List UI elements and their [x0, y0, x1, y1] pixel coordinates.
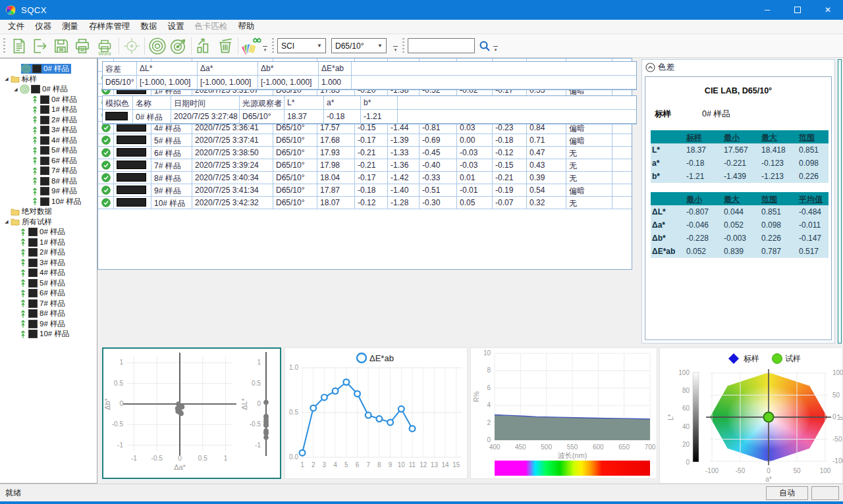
svg-text:0: 0	[686, 459, 690, 466]
expander-icon[interactable]: ◢	[3, 76, 11, 82]
color-swatch	[28, 289, 38, 297]
tree-item-10# 样品[interactable]: 10# 样品	[0, 329, 97, 340]
tree-item-0# 样品[interactable]: ◢0# 样品	[0, 84, 97, 95]
illuminant-select[interactable]: D65/10°▼	[331, 38, 387, 53]
collapse-icon[interactable]	[645, 63, 655, 72]
measure-standard-button[interactable]	[147, 36, 168, 57]
search-input[interactable]	[408, 38, 475, 53]
tree-item-6# 样品[interactable]: 6# 样品	[0, 156, 97, 166]
lab-stats-table: 标样最小最大范围L*18.3717.56718.4180.851a*-0.18-…	[651, 130, 829, 183]
tree-item-4# 样品[interactable]: 4# 样品	[0, 268, 97, 278]
tree-item-3# 样品[interactable]: 3# 样品	[0, 258, 97, 268]
measure-sample-button[interactable]	[168, 36, 189, 57]
lab-colorwheel-chart[interactable]: 020406080100L*-100-50050100a*100500-50-1…	[659, 347, 843, 484]
tree-item-6# 样品[interactable]: 6# 样品	[0, 288, 97, 299]
tree-item-9# 样品[interactable]: 9# 样品	[0, 186, 97, 197]
color-swatch	[40, 146, 49, 155]
new-document-button[interactable]	[9, 36, 30, 57]
svg-text:-1: -1	[131, 455, 137, 462]
tree-item-8# 样品[interactable]: 8# 样品	[0, 176, 97, 187]
color-swatch	[40, 187, 49, 195]
svg-text:-100: -100	[705, 467, 719, 474]
close-button[interactable]: ✕	[813, 0, 843, 20]
svg-text:b*: b*	[836, 414, 843, 420]
color-swatch	[28, 268, 38, 277]
menu-item-色卡匹检[interactable]: 色卡匹检	[190, 20, 233, 34]
tree-item-3# 样品[interactable]: 3# 样品	[0, 125, 97, 136]
minimize-button[interactable]: ─	[752, 0, 782, 20]
menu-item-仪器[interactable]: 仪器	[30, 20, 57, 34]
delta-ab-scatter-chart[interactable]: -1-0.500.51-1-0.500.51Δa*Δb*-1-0.500.51Δ…	[102, 347, 281, 479]
tree-item-7# 样品[interactable]: 7# 样品	[0, 299, 97, 309]
print-button[interactable]	[72, 36, 93, 57]
svg-text:50: 50	[793, 467, 801, 474]
tree-item-0# 样品[interactable]: 0# 样品	[0, 64, 97, 74]
tree-item-绝对数据[interactable]: 绝对数据	[0, 207, 97, 217]
table-row[interactable]: D65/10°[-1.000, 1.000][-1.000, 1.000][-1…	[103, 76, 636, 89]
svg-text:600: 600	[593, 443, 604, 451]
menu-item-测量[interactable]: 测量	[57, 20, 84, 34]
color-swatch	[117, 148, 146, 157]
tree-item-9# 样品[interactable]: 9# 样品	[0, 319, 97, 330]
toolbar-overflow-icon[interactable]: ▾	[263, 46, 267, 51]
save-button[interactable]	[51, 36, 72, 57]
tree-item-0# 样品[interactable]: 0# 样品	[0, 227, 97, 238]
tree-item-7# 样品[interactable]: 7# 样品	[0, 166, 97, 176]
sample-arrow-icon	[20, 319, 26, 328]
table-row[interactable]: 10# 样品2020/7/25 3:42:32D65/10°18.07-0.12…	[98, 197, 632, 209]
tree-item-5# 样品[interactable]: 5# 样品	[0, 145, 97, 156]
tree-item-标样[interactable]: ◢标样	[0, 74, 97, 85]
menu-item-数据[interactable]: 数据	[136, 20, 163, 34]
sci-mode-select[interactable]: SCI▼	[277, 38, 326, 53]
svg-text:0: 0	[178, 455, 182, 462]
table-row[interactable]: 5# 样品2020/7/25 3:37:41D65/10°17.68-0.17-…	[98, 134, 632, 147]
color-card-search-button[interactable]	[240, 36, 261, 57]
svg-text:12: 12	[420, 461, 427, 468]
tree-item-所有试样[interactable]: ◢所有试样	[0, 217, 97, 228]
color-swatch	[28, 309, 38, 318]
measure-standard-icon	[148, 36, 167, 56]
tree-item-8# 样品[interactable]: 8# 样品	[0, 309, 97, 319]
color-swatch	[28, 238, 38, 247]
folder-icon	[11, 218, 20, 226]
toolbar-grip	[3, 38, 5, 54]
svg-text:a*: a*	[765, 476, 772, 483]
svg-text:1: 1	[119, 359, 123, 366]
menu-item-帮助[interactable]: 帮助	[233, 20, 260, 34]
tree-item-2# 样品[interactable]: 2# 样品	[0, 115, 97, 126]
tree-item-1# 样品[interactable]: 1# 样品	[0, 105, 97, 115]
table-row[interactable]: 6# 样品2020/7/25 3:38:50D65/10°17.93-0.21-…	[98, 147, 632, 159]
save-icon	[53, 38, 70, 55]
delta-e-line-chart[interactable]: 0.00.51.0123456789101112131415ΔE*ab	[285, 347, 468, 479]
maximize-button[interactable]	[782, 0, 813, 20]
print-word-button[interactable]: Word	[93, 36, 117, 57]
menu-item-存样库管理[interactable]: 存样库管理	[84, 20, 136, 34]
title-bar: SQCX ─ ✕	[0, 0, 843, 20]
tree-item-10# 样品[interactable]: 10# 样品	[0, 197, 97, 207]
menu-item-文件[interactable]: 文件	[3, 20, 30, 34]
chart-button[interactable]	[194, 36, 215, 57]
tree-item-0# 样品[interactable]: 0# 样品	[0, 95, 97, 105]
color-swatch	[117, 186, 146, 194]
color-swatch	[40, 126, 49, 134]
table-row[interactable]: 0# 样品2020/7/25 3:27:48D65/10°18.37-0.18-…	[103, 110, 636, 124]
svg-text:60: 60	[682, 405, 690, 412]
auto-button[interactable]: 自动	[766, 486, 808, 500]
tree-item-2# 样品[interactable]: 2# 样品	[0, 247, 97, 258]
reflectance-chart[interactable]: 0246810400450500550600650700波长(nm)R%	[470, 347, 657, 479]
collapsed-panel-strip[interactable]	[838, 59, 842, 343]
export-button[interactable]	[30, 36, 51, 57]
search-icon[interactable]	[477, 39, 492, 53]
tree-label: 1# 样品	[51, 105, 77, 114]
tree-item-4# 样品[interactable]: 4# 样品	[0, 136, 97, 146]
table-row[interactable]: 8# 样品2020/7/25 3:40:34D65/10°18.04-0.17-…	[98, 172, 632, 184]
expander-icon[interactable]: ◢	[3, 219, 11, 224]
menu-item-设置[interactable]: 设置	[163, 20, 190, 34]
tree-item-5# 样品[interactable]: 5# 样品	[0, 278, 97, 289]
tree-item-1# 样品[interactable]: 1# 样品	[0, 238, 97, 248]
table-row[interactable]: 9# 样品2020/7/25 3:41:34D65/10°17.87-0.18-…	[98, 184, 632, 197]
table-row[interactable]: 7# 样品2020/7/25 3:39:24D65/10°17.98-0.21-…	[98, 159, 632, 172]
sample-arrow-icon	[20, 330, 26, 339]
expander-icon[interactable]: ◢	[12, 87, 20, 92]
delete-button[interactable]	[215, 36, 236, 57]
